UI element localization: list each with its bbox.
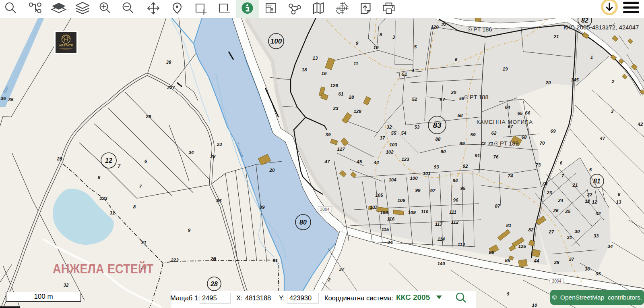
svg-text:28: 28: [210, 154, 216, 159]
svg-text:23: 23: [547, 190, 552, 195]
svg-text:127: 127: [337, 147, 345, 152]
svg-text:6: 6: [560, 160, 563, 165]
svg-text:7: 7: [561, 173, 564, 178]
svg-text:223: 223: [170, 258, 179, 262]
svg-text:34: 34: [189, 150, 194, 155]
svg-text:12: 12: [105, 157, 112, 164]
svg-text:32: 32: [387, 125, 392, 129]
svg-text:5: 5: [414, 44, 417, 49]
svg-text:44: 44: [374, 160, 379, 165]
svg-text:45: 45: [357, 159, 362, 164]
svg-text:52: 52: [412, 97, 417, 102]
svg-text:227: 227: [167, 85, 175, 90]
svg-text:39: 39: [326, 132, 331, 137]
svg-text:85: 85: [217, 198, 222, 203]
svg-text:61: 61: [339, 92, 344, 96]
svg-text:28: 28: [349, 95, 354, 100]
svg-text:76: 76: [493, 154, 499, 159]
svg-text:12: 12: [592, 200, 597, 204]
svg-text:38: 38: [166, 60, 171, 65]
svg-text:112: 112: [451, 220, 459, 225]
svg-text:36: 36: [1, 96, 6, 101]
svg-text:9: 9: [507, 291, 510, 296]
svg-text:79: 79: [542, 181, 547, 186]
svg-text:68: 68: [522, 135, 527, 139]
svg-text:37: 37: [339, 267, 345, 272]
svg-text:4: 4: [411, 68, 415, 73]
svg-text:100: 100: [270, 37, 282, 45]
svg-text:30: 30: [575, 229, 580, 234]
svg-text:105: 105: [375, 193, 383, 198]
svg-text:82: 82: [528, 227, 534, 232]
svg-text:35: 35: [596, 271, 601, 276]
svg-text:2: 2: [328, 277, 331, 282]
svg-text:91: 91: [273, 258, 278, 263]
svg-text:2: 2: [611, 79, 615, 84]
svg-text:73: 73: [536, 162, 541, 167]
svg-text:99: 99: [415, 188, 421, 193]
svg-text:AESTATE: AESTATE: [59, 44, 73, 47]
svg-text:ККС 2005-4813172, 424047: ККС 2005-4813172, 424047: [564, 24, 639, 31]
svg-text:126: 126: [330, 83, 338, 88]
svg-text:5: 5: [589, 167, 592, 172]
svg-text:88: 88: [436, 137, 441, 142]
svg-text:96: 96: [453, 198, 458, 202]
svg-text:103: 103: [389, 142, 397, 147]
svg-text:107: 107: [369, 205, 378, 210]
svg-text:101: 101: [423, 171, 430, 176]
svg-text:9: 9: [188, 228, 191, 233]
svg-text:109: 109: [408, 210, 416, 215]
svg-text:57: 57: [440, 97, 445, 102]
svg-text:31: 31: [141, 240, 147, 245]
svg-text:7: 7: [139, 184, 142, 189]
svg-text:22: 22: [441, 22, 447, 27]
svg-text:6: 6: [144, 159, 147, 164]
svg-text:35: 35: [8, 97, 14, 102]
svg-text:6: 6: [455, 57, 458, 62]
svg-text:9: 9: [356, 41, 359, 46]
svg-text:7: 7: [118, 164, 121, 169]
svg-text:58: 58: [458, 113, 463, 118]
svg-text:120: 120: [431, 25, 439, 29]
svg-text:32: 32: [596, 211, 601, 216]
svg-text:21: 21: [553, 34, 559, 39]
svg-text:62: 62: [491, 131, 497, 135]
svg-text:20: 20: [545, 80, 551, 85]
svg-text:28: 28: [57, 156, 62, 161]
svg-text:65: 65: [518, 111, 523, 116]
svg-text:37: 37: [380, 135, 385, 140]
svg-text:PT 189: PT 189: [500, 140, 519, 147]
svg-text:97: 97: [430, 188, 436, 193]
svg-text:90: 90: [441, 149, 446, 154]
svg-text:29: 29: [146, 114, 151, 119]
svg-text:27: 27: [549, 229, 554, 234]
svg-text:82: 82: [581, 18, 588, 24]
svg-text:23: 23: [217, 142, 222, 147]
svg-text:10: 10: [532, 303, 537, 308]
svg-text:18: 18: [302, 67, 307, 72]
svg-text:69: 69: [551, 129, 556, 133]
svg-text:89: 89: [460, 141, 465, 146]
svg-text:11: 11: [585, 199, 590, 204]
svg-text:64: 64: [505, 105, 510, 110]
svg-text:19: 19: [503, 67, 508, 71]
svg-text:13: 13: [616, 200, 621, 204]
svg-text:71: 71: [488, 141, 493, 146]
svg-text:8: 8: [380, 32, 382, 37]
svg-text:80: 80: [299, 219, 307, 226]
svg-text:72: 72: [481, 141, 486, 146]
svg-text:37: 37: [569, 257, 574, 262]
svg-text:КАМЕННА МОГИЛА: КАМЕННА МОГИЛА: [477, 119, 533, 125]
svg-text:3: 3: [392, 35, 395, 40]
svg-text:33: 33: [333, 106, 339, 111]
svg-text:26: 26: [553, 208, 559, 213]
svg-text:111: 111: [449, 210, 456, 214]
svg-text:44: 44: [534, 258, 539, 263]
svg-text:104: 104: [388, 177, 396, 182]
svg-text:93: 93: [434, 164, 439, 169]
svg-text:117: 117: [435, 222, 443, 227]
svg-text:87: 87: [495, 204, 500, 208]
svg-text:106: 106: [397, 198, 405, 203]
svg-text:3004: 3004: [320, 207, 330, 212]
svg-text:55: 55: [391, 131, 396, 135]
